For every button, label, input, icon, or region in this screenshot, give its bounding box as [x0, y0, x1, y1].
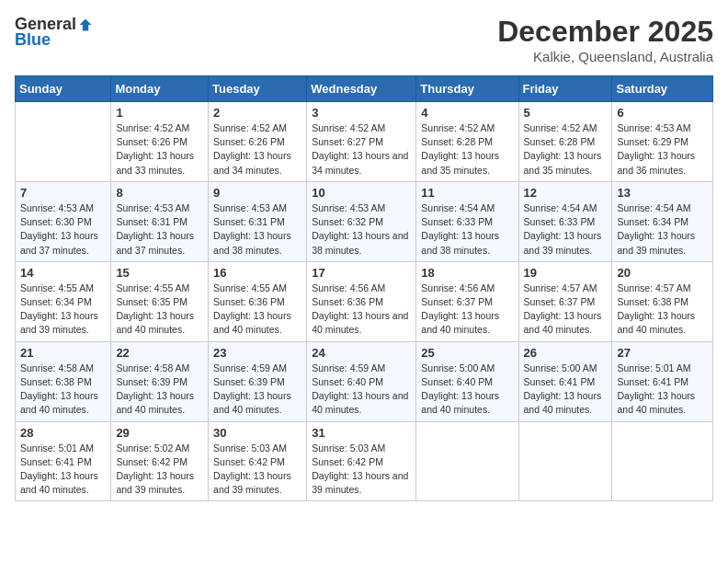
day-number: 2	[213, 106, 301, 120]
calendar-cell: 4Sunrise: 4:52 AMSunset: 6:28 PMDaylight…	[416, 102, 518, 182]
day-info: Sunrise: 4:54 AMSunset: 6:34 PMDaylight:…	[617, 201, 708, 258]
title-block: December 2025 Kalkie, Queensland, Austra…	[497, 15, 713, 64]
calendar-cell: 13Sunrise: 4:54 AMSunset: 6:34 PMDayligh…	[612, 181, 713, 261]
calendar-cell: 17Sunrise: 4:56 AMSunset: 6:36 PMDayligh…	[307, 261, 416, 341]
calendar-cell: 28Sunrise: 5:01 AMSunset: 6:41 PMDayligh…	[16, 421, 111, 501]
calendar-week-row: 14Sunrise: 4:55 AMSunset: 6:34 PMDayligh…	[16, 261, 713, 341]
calendar-cell: 12Sunrise: 4:54 AMSunset: 6:33 PMDayligh…	[518, 181, 612, 261]
calendar-week-row: 1Sunrise: 4:52 AMSunset: 6:26 PMDaylight…	[16, 102, 713, 182]
day-info: Sunrise: 4:57 AMSunset: 6:38 PMDaylight:…	[617, 282, 708, 338]
header-friday: Friday	[518, 76, 612, 102]
day-number: 7	[20, 186, 106, 200]
day-number: 19	[524, 266, 608, 280]
calendar-cell	[612, 421, 713, 501]
header-tuesday: Tuesday	[209, 76, 307, 102]
day-info: Sunrise: 4:54 AMSunset: 6:33 PMDaylight:…	[421, 201, 513, 258]
day-number: 18	[421, 266, 513, 280]
day-number: 15	[116, 266, 203, 280]
day-info: Sunrise: 4:52 AMSunset: 6:26 PMDaylight:…	[213, 121, 301, 178]
day-info: Sunrise: 4:59 AMSunset: 6:40 PMDaylight:…	[312, 362, 411, 418]
page-header: General Blue December 2025 Kalkie, Queen…	[15, 15, 713, 64]
day-number: 8	[116, 186, 203, 200]
calendar-cell: 14Sunrise: 4:55 AMSunset: 6:34 PMDayligh…	[16, 261, 111, 341]
day-number: 31	[312, 426, 411, 440]
day-info: Sunrise: 4:54 AMSunset: 6:33 PMDaylight:…	[524, 201, 608, 258]
day-number: 13	[617, 186, 708, 200]
calendar-cell: 27Sunrise: 5:01 AMSunset: 6:41 PMDayligh…	[612, 341, 713, 421]
header-sunday: Sunday	[16, 76, 111, 102]
day-info: Sunrise: 4:58 AMSunset: 6:38 PMDaylight:…	[20, 362, 106, 418]
calendar-cell: 1Sunrise: 4:52 AMSunset: 6:26 PMDaylight…	[111, 102, 209, 182]
day-number: 10	[312, 186, 411, 200]
logo-blue-text: Blue	[15, 30, 51, 50]
day-info: Sunrise: 5:01 AMSunset: 6:41 PMDaylight:…	[617, 362, 708, 418]
day-info: Sunrise: 5:01 AMSunset: 6:41 PMDaylight:…	[20, 442, 106, 498]
day-info: Sunrise: 4:59 AMSunset: 6:39 PMDaylight:…	[213, 362, 301, 418]
calendar-cell: 23Sunrise: 4:59 AMSunset: 6:39 PMDayligh…	[209, 341, 307, 421]
day-info: Sunrise: 4:52 AMSunset: 6:27 PMDaylight:…	[312, 121, 411, 178]
calendar-cell: 3Sunrise: 4:52 AMSunset: 6:27 PMDaylight…	[307, 102, 416, 182]
day-number: 20	[617, 266, 708, 280]
calendar-cell	[416, 421, 518, 501]
day-info: Sunrise: 4:55 AMSunset: 6:36 PMDaylight:…	[213, 282, 301, 338]
calendar-cell: 5Sunrise: 4:52 AMSunset: 6:28 PMDaylight…	[518, 102, 612, 182]
calendar-cell: 30Sunrise: 5:03 AMSunset: 6:42 PMDayligh…	[209, 421, 307, 501]
calendar-cell: 6Sunrise: 4:53 AMSunset: 6:29 PMDaylight…	[612, 102, 713, 182]
calendar-cell: 2Sunrise: 4:52 AMSunset: 6:26 PMDaylight…	[209, 102, 307, 182]
calendar-week-row: 28Sunrise: 5:01 AMSunset: 6:41 PMDayligh…	[16, 421, 713, 501]
day-number: 16	[213, 266, 301, 280]
day-info: Sunrise: 4:55 AMSunset: 6:35 PMDaylight:…	[116, 282, 203, 338]
day-info: Sunrise: 4:53 AMSunset: 6:31 PMDaylight:…	[116, 201, 203, 258]
calendar-cell: 25Sunrise: 5:00 AMSunset: 6:40 PMDayligh…	[416, 341, 518, 421]
day-number: 1	[116, 106, 203, 120]
calendar-cell	[518, 421, 612, 501]
day-number: 26	[524, 346, 608, 360]
calendar-header-row: SundayMondayTuesdayWednesdayThursdayFrid…	[16, 76, 713, 102]
calendar-table: SundayMondayTuesdayWednesdayThursdayFrid…	[15, 75, 713, 501]
calendar-cell: 24Sunrise: 4:59 AMSunset: 6:40 PMDayligh…	[307, 341, 416, 421]
calendar-cell: 7Sunrise: 4:53 AMSunset: 6:30 PMDaylight…	[16, 181, 111, 261]
day-number: 27	[617, 346, 708, 360]
calendar-week-row: 7Sunrise: 4:53 AMSunset: 6:30 PMDaylight…	[16, 181, 713, 261]
day-info: Sunrise: 5:03 AMSunset: 6:42 PMDaylight:…	[213, 442, 301, 498]
location-text: Kalkie, Queensland, Australia	[497, 49, 713, 64]
day-info: Sunrise: 5:00 AMSunset: 6:41 PMDaylight:…	[524, 362, 608, 418]
day-number: 29	[116, 426, 203, 440]
calendar-cell: 26Sunrise: 5:00 AMSunset: 6:41 PMDayligh…	[518, 341, 612, 421]
day-number: 12	[524, 186, 608, 200]
day-info: Sunrise: 4:52 AMSunset: 6:28 PMDaylight:…	[421, 121, 513, 178]
day-info: Sunrise: 5:00 AMSunset: 6:40 PMDaylight:…	[421, 362, 513, 418]
calendar-cell: 19Sunrise: 4:57 AMSunset: 6:37 PMDayligh…	[518, 261, 612, 341]
calendar-cell	[16, 102, 111, 182]
day-number: 6	[617, 106, 708, 120]
day-number: 24	[312, 346, 411, 360]
calendar-cell: 29Sunrise: 5:02 AMSunset: 6:42 PMDayligh…	[111, 421, 209, 501]
svg-marker-0	[80, 18, 92, 30]
day-number: 25	[421, 346, 513, 360]
day-info: Sunrise: 4:58 AMSunset: 6:39 PMDaylight:…	[116, 362, 203, 418]
day-number: 11	[421, 186, 513, 200]
day-info: Sunrise: 5:03 AMSunset: 6:42 PMDaylight:…	[312, 442, 411, 498]
calendar-week-row: 21Sunrise: 4:58 AMSunset: 6:38 PMDayligh…	[16, 341, 713, 421]
day-info: Sunrise: 4:52 AMSunset: 6:28 PMDaylight:…	[524, 121, 608, 178]
day-number: 23	[213, 346, 301, 360]
day-number: 30	[213, 426, 301, 440]
day-number: 28	[20, 426, 106, 440]
calendar-cell: 15Sunrise: 4:55 AMSunset: 6:35 PMDayligh…	[111, 261, 209, 341]
calendar-cell: 18Sunrise: 4:56 AMSunset: 6:37 PMDayligh…	[416, 261, 518, 341]
month-title: December 2025	[497, 15, 713, 49]
calendar-cell: 16Sunrise: 4:55 AMSunset: 6:36 PMDayligh…	[209, 261, 307, 341]
calendar-cell: 8Sunrise: 4:53 AMSunset: 6:31 PMDaylight…	[111, 181, 209, 261]
day-number: 14	[20, 266, 106, 280]
header-wednesday: Wednesday	[307, 76, 416, 102]
calendar-cell: 21Sunrise: 4:58 AMSunset: 6:38 PMDayligh…	[16, 341, 111, 421]
calendar-cell: 9Sunrise: 4:53 AMSunset: 6:31 PMDaylight…	[209, 181, 307, 261]
header-thursday: Thursday	[416, 76, 518, 102]
calendar-cell: 22Sunrise: 4:58 AMSunset: 6:39 PMDayligh…	[111, 341, 209, 421]
header-saturday: Saturday	[612, 76, 713, 102]
day-number: 5	[524, 106, 608, 120]
logo-icon	[78, 17, 93, 32]
day-number: 21	[20, 346, 106, 360]
day-number: 9	[213, 186, 301, 200]
day-number: 22	[116, 346, 203, 360]
